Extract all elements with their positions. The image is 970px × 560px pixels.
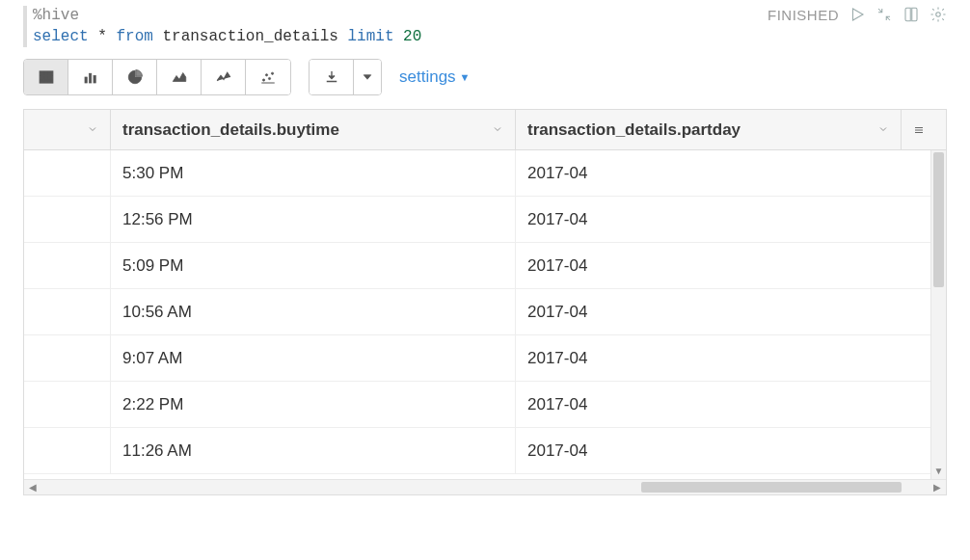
area-chart-button[interactable]	[157, 60, 202, 94]
table-header: transaction_details.buytime transaction_…	[24, 110, 946, 150]
paragraph-actions: FINISHED	[768, 0, 947, 23]
cell-partday: 2017-04	[516, 150, 930, 196]
cell-buytime: 11:26 AM	[111, 428, 516, 473]
code-kw-from: from	[116, 28, 152, 45]
scroll-right-icon[interactable]: ▶	[930, 480, 944, 494]
code-editor[interactable]: %hive select * from transaction_details …	[23, 0, 760, 47]
settings-link[interactable]: settings ▼	[399, 67, 470, 87]
book-icon[interactable]	[903, 6, 920, 23]
cell-buytime: 5:30 PM	[111, 150, 516, 196]
cell-blank	[24, 243, 111, 288]
scatter-chart-button[interactable]	[246, 60, 290, 94]
line-chart-button[interactable]	[202, 60, 246, 94]
vertical-scrollbar[interactable]: ▼	[930, 150, 946, 479]
cell-partday: 2017-04	[516, 197, 930, 242]
svg-rect-5	[94, 76, 95, 84]
svg-point-1	[936, 13, 941, 17]
bar-chart-button[interactable]	[68, 60, 113, 94]
column-header-buytime[interactable]: transaction_details.buytime	[111, 110, 516, 149]
svg-rect-2	[40, 71, 53, 83]
code-content: %hive select * from transaction_details …	[23, 6, 760, 47]
chevron-down-icon	[492, 120, 503, 140]
horizontal-scrollbar[interactable]: ◀ ▶	[24, 479, 946, 494]
cell-partday: 2017-04	[516, 289, 930, 334]
download-menu-button[interactable]	[354, 60, 381, 94]
cell-partday: 2017-04	[516, 243, 930, 288]
svg-point-8	[268, 78, 270, 80]
cell-blank	[24, 289, 111, 334]
cell-partday: 2017-04	[516, 428, 930, 473]
table-row[interactable]: 2:22 PM2017-04	[24, 382, 930, 428]
cell-buytime: 10:56 AM	[111, 289, 516, 334]
cell-partday: 2017-04	[516, 335, 930, 381]
table-row[interactable]: 11:26 AM2017-04	[24, 428, 930, 474]
table-row[interactable]: 10:56 AM2017-04	[24, 289, 930, 335]
cell-buytime: 9:07 AM	[111, 335, 516, 381]
scrollbar-thumb[interactable]	[641, 482, 902, 493]
pie-chart-button[interactable]	[113, 60, 157, 94]
cell-blank	[24, 428, 111, 473]
code-magic: %hive	[33, 7, 79, 24]
cell-partday: 2017-04	[516, 382, 930, 427]
paragraph-header-row: %hive select * from transaction_details …	[23, 0, 947, 47]
column-menu-button[interactable]	[902, 110, 936, 149]
result-table: transaction_details.buytime transaction_…	[23, 109, 947, 495]
chevron-down-icon	[87, 120, 98, 140]
gear-icon[interactable]	[930, 6, 947, 23]
cell-blank	[24, 335, 111, 381]
scrollbar-thumb[interactable]	[933, 152, 944, 287]
table-row[interactable]: 12:56 PM2017-04	[24, 197, 930, 243]
svg-point-6	[262, 79, 264, 81]
code-kw-limit: limit	[347, 28, 393, 45]
svg-point-9	[271, 72, 273, 74]
table-view-button[interactable]	[24, 60, 68, 94]
cell-blank	[24, 197, 111, 242]
table-row[interactable]: 9:07 AM2017-04	[24, 335, 930, 382]
run-icon[interactable]	[849, 6, 866, 23]
svg-marker-0	[853, 9, 864, 20]
cell-blank	[24, 382, 111, 427]
column-header-partday[interactable]: transaction_details.partday	[516, 110, 902, 149]
status-label: FINISHED	[768, 7, 839, 23]
table-row[interactable]: 5:09 PM2017-04	[24, 243, 930, 289]
caret-down-icon: ▼	[460, 71, 471, 83]
svg-marker-10	[364, 75, 371, 80]
svg-rect-4	[89, 73, 91, 83]
download-group	[309, 59, 382, 95]
chevron-down-icon	[877, 120, 889, 140]
scroll-left-icon[interactable]: ◀	[26, 480, 40, 494]
svg-point-7	[265, 74, 267, 76]
svg-rect-3	[85, 77, 87, 83]
download-button[interactable]	[310, 60, 354, 94]
code-kw-select: select	[33, 28, 89, 45]
cell-blank	[24, 150, 111, 196]
collapse-icon[interactable]	[876, 6, 893, 23]
scroll-down-icon[interactable]: ▼	[931, 464, 946, 477]
table-body: 5:30 PM2017-0412:56 PM2017-045:09 PM2017…	[24, 150, 946, 479]
result-toolbar: settings ▼	[23, 59, 947, 95]
cell-buytime: 2:22 PM	[111, 382, 516, 427]
cell-buytime: 5:09 PM	[111, 243, 516, 288]
column-header-blank[interactable]	[24, 110, 111, 149]
table-row[interactable]: 5:30 PM2017-04	[24, 150, 930, 197]
notebook-paragraph: %hive select * from transaction_details …	[0, 0, 970, 560]
chart-type-group	[23, 59, 291, 95]
cell-buytime: 12:56 PM	[111, 197, 516, 242]
